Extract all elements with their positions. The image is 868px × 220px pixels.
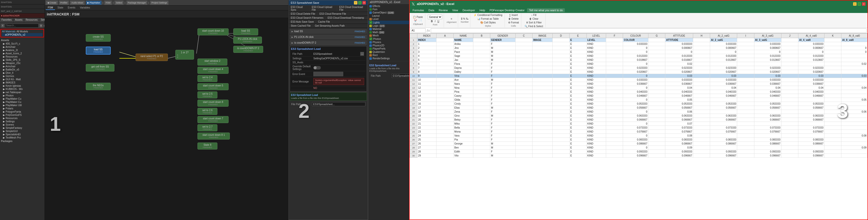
folder-icons[interactable]: ▶ Asset_Icons_2	[1, 52, 43, 55]
table-cell[interactable]: 0.023333	[665, 66, 693, 70]
node-countdown81[interactable]: start count down 8 1 FINISHED	[197, 133, 230, 139]
table-cell[interactable]	[781, 66, 798, 70]
table-cell[interactable]	[710, 122, 737, 126]
table-cell[interactable]	[532, 70, 552, 74]
table-cell[interactable]	[798, 122, 825, 126]
table-cell[interactable]	[824, 78, 841, 82]
table-cell[interactable]: E	[569, 134, 586, 138]
table-cell[interactable]: 0.063333	[710, 114, 737, 118]
table-cell[interactable]: KIND	[586, 86, 606, 90]
table-cell[interactable]: 0.056667	[754, 106, 781, 110]
table-cell[interactable]: F	[490, 110, 515, 114]
section-fsm[interactable]: Fsm	[368, 8, 409, 11]
tab-fsm[interactable]: FSM	[46, 6, 55, 10]
cell-j[interactable]	[781, 38, 798, 42]
table-cell[interactable]: Pina	[454, 90, 473, 94]
table-cell[interactable]	[532, 118, 552, 122]
table-cell[interactable]: 3	[417, 50, 436, 54]
table-cell[interactable]	[737, 98, 754, 102]
table-cell[interactable]	[436, 74, 454, 78]
table-cell[interactable]: F	[490, 134, 515, 138]
table-cell[interactable]: 0.093333	[798, 150, 825, 154]
table-cell[interactable]	[693, 118, 710, 122]
package-mgr-btn[interactable]: Package Manager	[126, 0, 148, 5]
folder-gizmos[interactable]: ▶ Gizmos	[1, 75, 43, 78]
table-cell[interactable]	[648, 94, 665, 98]
cell-ai2[interactable]: AI_2_valG	[710, 38, 737, 42]
table-cell[interactable]	[552, 142, 569, 146]
table-cell[interactable]: 0.000667	[710, 46, 737, 50]
fav-all-materials[interactable]: All Materials	[2, 30, 16, 33]
table-cell[interactable]	[841, 82, 868, 86]
table-cell[interactable]	[693, 74, 710, 78]
table-cell[interactable]: 0.04	[798, 86, 825, 90]
table-cell[interactable]	[798, 146, 825, 150]
table-cell[interactable]: 0.013333	[665, 54, 693, 58]
node-countdown4[interactable]: start count down 4 FINISHED	[197, 67, 228, 74]
table-cell[interactable]	[606, 58, 623, 62]
table-cell[interactable]: 0.096667	[710, 154, 737, 158]
menu-es3-rename[interactable]: ES3 Cloud Rename File	[317, 12, 348, 16]
node-countdown10[interactable]: start count down 10 FINISHED	[197, 28, 228, 35]
table-cell[interactable]: 0.036667	[754, 82, 781, 86]
folder-photon[interactable]: ▶ Photon	[1, 94, 43, 97]
create-btn[interactable]: ◀ Create	[46, 0, 58, 5]
table-cell[interactable]	[515, 110, 532, 114]
table-cell[interactable]: M	[490, 46, 515, 50]
table-cell[interactable]: 0	[623, 110, 648, 114]
table-cell[interactable]: F	[490, 70, 515, 74]
table-cell[interactable]	[552, 102, 569, 106]
table-cell[interactable]	[841, 42, 868, 46]
folder-playmaker-cu[interactable]: ▶ PlayMaker Cu	[1, 97, 43, 101]
table-cell[interactable]: Anika	[454, 42, 473, 46]
table-cell[interactable]	[515, 66, 532, 70]
table-cell[interactable]	[693, 50, 710, 54]
table-cell[interactable]	[648, 90, 665, 94]
table-cell[interactable]	[781, 138, 798, 142]
folder-polygonfs[interactable]: ▶ PolyGonGoFS	[1, 113, 43, 117]
table-cell[interactable]: F	[490, 90, 515, 94]
table-cell[interactable]: 0.020667	[623, 70, 648, 74]
table-cell[interactable]	[841, 106, 868, 110]
spreadsheet-grid[interactable]: INDEX A NAME B GENDER C IMAGE D E LEVEL	[410, 33, 868, 220]
table-cell[interactable]: 12	[410, 82, 417, 86]
table-cell[interactable]: Vara	[454, 134, 473, 138]
table-cell[interactable]: KIND	[586, 114, 606, 118]
table-cell[interactable]: 0.086667	[710, 142, 737, 146]
playmaker-btn[interactable]: ▶ PlayMaker	[86, 0, 102, 5]
table-cell[interactable]: 0.040333	[665, 90, 693, 94]
table-cell[interactable]: 0.033333	[798, 42, 825, 46]
table-cell[interactable]	[473, 46, 490, 50]
table-cell[interactable]: Ace	[454, 78, 473, 82]
cell-k[interactable]	[824, 38, 841, 42]
table-cell[interactable]: 19	[410, 110, 417, 114]
table-cell[interactable]	[552, 62, 569, 66]
bold-btn[interactable]: B	[430, 20, 434, 23]
table-cell[interactable]	[436, 82, 454, 86]
table-cell[interactable]	[781, 122, 798, 126]
table-cell[interactable]: 0.036667	[710, 82, 737, 86]
table-cell[interactable]	[515, 106, 532, 110]
es3-countdown-header[interactable]: ▶ is countDOWN 0? 2 FINISHED	[290, 40, 367, 45]
table-cell[interactable]	[606, 50, 623, 54]
table-cell[interactable]: Mika	[454, 122, 473, 126]
table-cell[interactable]	[824, 46, 841, 50]
table-cell[interactable]: E	[569, 118, 586, 122]
table-cell[interactable]: 20	[417, 118, 436, 122]
table-cell[interactable]: KIND	[586, 106, 606, 110]
col-t[interactable]: AI_4_val0	[798, 34, 825, 38]
table-cell[interactable]	[532, 46, 552, 50]
table-cell[interactable]: 0.033333	[623, 42, 648, 46]
table-cell[interactable]: 0.056667	[665, 106, 693, 110]
table-cell[interactable]: 4	[410, 50, 417, 54]
section-effects[interactable]: Effects	[368, 4, 409, 8]
section-math[interactable]: Math [33]	[368, 31, 409, 34]
table-cell[interactable]: E	[569, 50, 586, 54]
table-cell[interactable]	[648, 54, 665, 58]
table-cell[interactable]	[754, 134, 781, 138]
table-cell[interactable]: Elias	[454, 106, 473, 110]
table-cell[interactable]: 0.016667	[665, 58, 693, 62]
tab-events[interactable]: Events	[66, 6, 78, 10]
table-cell[interactable]	[606, 78, 623, 82]
col-e[interactable]: GENDER	[490, 34, 515, 38]
